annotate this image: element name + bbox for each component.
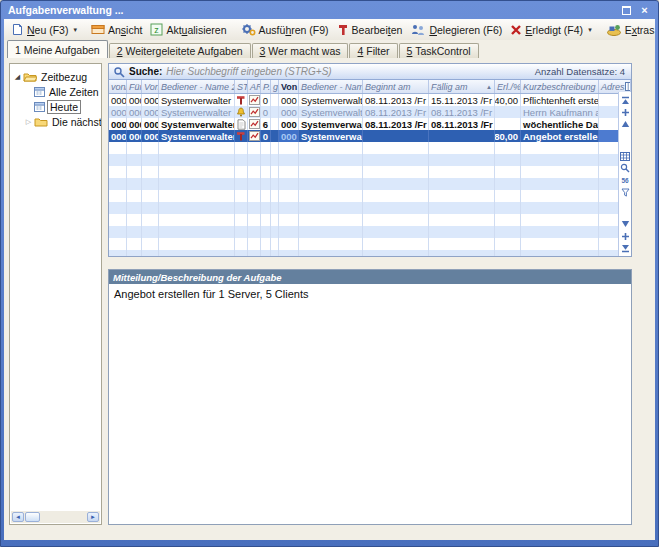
table-cell — [271, 166, 279, 178]
table-empty-row[interactable] — [109, 142, 631, 154]
table-empty-row[interactable] — [109, 190, 631, 202]
column-header-von-[interactable]: von/ — [109, 80, 127, 93]
table-cell — [248, 214, 261, 226]
table-cell — [429, 166, 495, 178]
table-cell — [521, 166, 599, 178]
dropdown-arrow-icon[interactable]: ▾ — [73, 26, 77, 34]
table-cell — [271, 154, 279, 166]
table-cell: Pflichtenheft erstellen — [521, 94, 599, 106]
grid-rows: 000000000Systemverwalter0000Systemverwal… — [109, 94, 631, 257]
table-cell — [495, 106, 521, 118]
toolbar-button-ansicht[interactable]: Ansicht — [87, 22, 146, 37]
dropdown-arrow-icon[interactable]: ▾ — [588, 26, 592, 34]
table-cell — [279, 214, 299, 226]
grid-search-bar[interactable]: Suche: Hier Suchbegriff eingeben (STRG+S… — [109, 64, 631, 80]
search-label: Suche: — [129, 66, 162, 77]
chart-icon — [249, 107, 260, 117]
toolbar-button-neu-f3[interactable]: Neu (F3)▾ — [7, 22, 81, 37]
toolbar-button-extras[interactable]: Extras — [602, 22, 659, 37]
tab-3-wer-macht-was[interactable]: 3 Wer macht was — [252, 43, 349, 58]
table-row[interactable]: 000000000Systemverwalter0000Systemverwal… — [109, 130, 631, 142]
tree-item-heute[interactable]: Heute — [10, 99, 101, 114]
toolbar-button-erledigt-f4[interactable]: Erledigt (F4)▾ — [506, 23, 595, 37]
column-header-von[interactable]: Von — [279, 80, 299, 93]
navigator-row-up-button[interactable] — [621, 119, 630, 129]
table-cell: 15.11.2013 /Fr — [429, 94, 495, 106]
table-row[interactable]: 000000000Systemverwalter6000Systemverwal… — [109, 118, 631, 130]
table-row[interactable]: 000000000Systemverwalter0000Systemverwal… — [109, 106, 631, 118]
table-empty-row[interactable] — [109, 214, 631, 226]
table-cell — [429, 250, 495, 257]
hammer-icon — [236, 95, 246, 105]
column-header-für[interactable]: Für — [127, 80, 142, 93]
table-row[interactable]: 000000000Systemverwalter0000Systemverwal… — [109, 94, 631, 106]
toolbar-button-bearbeiten[interactable]: Bearbeiten — [333, 22, 407, 37]
close-button[interactable]: × — [638, 4, 651, 16]
tree-horizontal-scrollbar[interactable]: ◄ ► — [11, 511, 100, 523]
table-empty-row[interactable] — [109, 250, 631, 257]
table-empty-row[interactable] — [109, 238, 631, 250]
column-header-fällig-am[interactable]: Fällig am▲ — [429, 80, 495, 93]
column-header-st[interactable]: ST — [235, 80, 248, 93]
navigator-records-button[interactable]: 56 — [621, 175, 628, 185]
new-document-icon — [11, 23, 24, 36]
tab-5-taskcontrol[interactable]: 5 TaskControl — [399, 43, 479, 58]
table-cell — [109, 166, 127, 178]
column-header-g[interactable]: g — [271, 80, 279, 93]
table-cell — [279, 154, 299, 166]
navigator-last-row-button[interactable] — [621, 243, 630, 253]
column-header-beginnt-am[interactable]: Beginnt am — [363, 80, 429, 93]
table-cell — [109, 202, 127, 214]
navigator-grid-view-button[interactable] — [620, 151, 630, 161]
column-header-p-[interactable]: P. — [261, 80, 271, 93]
column-header-bediener-name-2-z-b-[interactable]: Bediener - Name 2 (z.b. — [159, 80, 235, 93]
column-header-bediener-name[interactable]: Bediener - Name — [299, 80, 363, 93]
navigator-filter-button[interactable] — [621, 187, 630, 197]
tab-1-meine-aufgaben[interactable]: 1 Meine Aufgaben — [7, 40, 108, 58]
message-panel-body[interactable]: Angebot erstellen für 1 Server, 5 Client… — [109, 284, 631, 304]
table-cell — [429, 142, 495, 154]
navigator-row-down-button[interactable] — [621, 219, 630, 229]
table-empty-row[interactable] — [109, 154, 631, 166]
tree-item-die-nächsten[interactable]: ▷Die nächsten — [10, 114, 101, 129]
column-header-erl-[interactable]: Erl./% — [495, 80, 521, 93]
tab-4-filter[interactable]: 4 Filter — [349, 43, 397, 58]
tab-2-weitergeleitete-aufgaben[interactable]: 2 Weitergeleitete Aufgaben — [109, 43, 251, 58]
table-empty-row[interactable] — [109, 202, 631, 214]
navigator-page-up-button[interactable] — [621, 107, 630, 117]
toolbar-button-ausführen-f9[interactable]: Ausführen (F9) — [237, 22, 333, 37]
column-header-ar[interactable]: AR — [248, 80, 261, 93]
table-cell — [279, 190, 299, 202]
toolbar-button-aktualisieren[interactable]: zAktualisieren — [146, 22, 230, 37]
search-placeholder[interactable]: Hier Suchbegriff eingeben (STRG+S) — [166, 66, 331, 77]
table-cell: 000 — [142, 94, 159, 106]
title-bar[interactable]: Aufgabenverwaltung ... × — [1, 1, 658, 19]
maximize-icon — [622, 6, 631, 15]
navigator-page-down-button[interactable] — [621, 231, 630, 241]
table-empty-row[interactable] — [109, 166, 631, 178]
scroll-left-button[interactable]: ◄ — [12, 512, 24, 522]
toolbar-button-delegieren-f6[interactable]: Delegieren (F6) — [406, 22, 506, 37]
column-header-label: Für — [129, 82, 142, 92]
table-empty-row[interactable] — [109, 178, 631, 190]
table-cell — [142, 226, 159, 238]
navigator-first-row-button[interactable] — [621, 95, 630, 105]
scroll-thumb[interactable] — [25, 512, 40, 522]
table-cell — [521, 190, 599, 202]
scroll-right-button[interactable]: ► — [87, 512, 99, 522]
table-cell — [235, 226, 248, 238]
tree-collapsed-icon[interactable]: ▷ — [23, 118, 34, 126]
table-empty-row[interactable] — [109, 226, 631, 238]
table-cell — [109, 214, 127, 226]
table-cell — [142, 202, 159, 214]
column-header-kurzbeschreibung[interactable]: Kurzbeschreibung — [521, 80, 599, 93]
table-cell — [127, 142, 142, 154]
table-cell — [363, 214, 429, 226]
tree-expanded-icon[interactable]: ◢ — [12, 73, 23, 81]
column-header-von[interactable]: Von — [142, 80, 159, 93]
navigator-search-button[interactable] — [620, 163, 630, 173]
tree-item-alle-zeiten[interactable]: Alle Zeiten — [10, 84, 101, 99]
maximize-button[interactable] — [620, 4, 633, 16]
table-cell — [235, 238, 248, 250]
tree-item-zeitbezug[interactable]: ◢Zeitbezug — [10, 69, 101, 84]
